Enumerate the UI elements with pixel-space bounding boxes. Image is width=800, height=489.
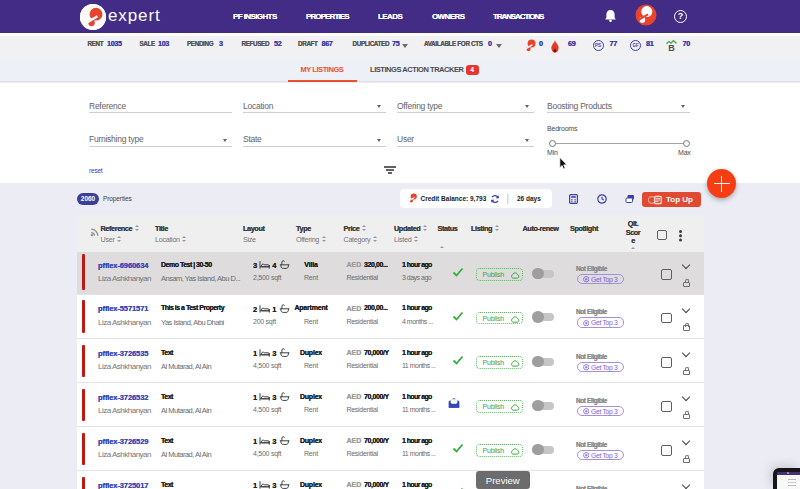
svg-text:B: B [668, 43, 675, 52]
